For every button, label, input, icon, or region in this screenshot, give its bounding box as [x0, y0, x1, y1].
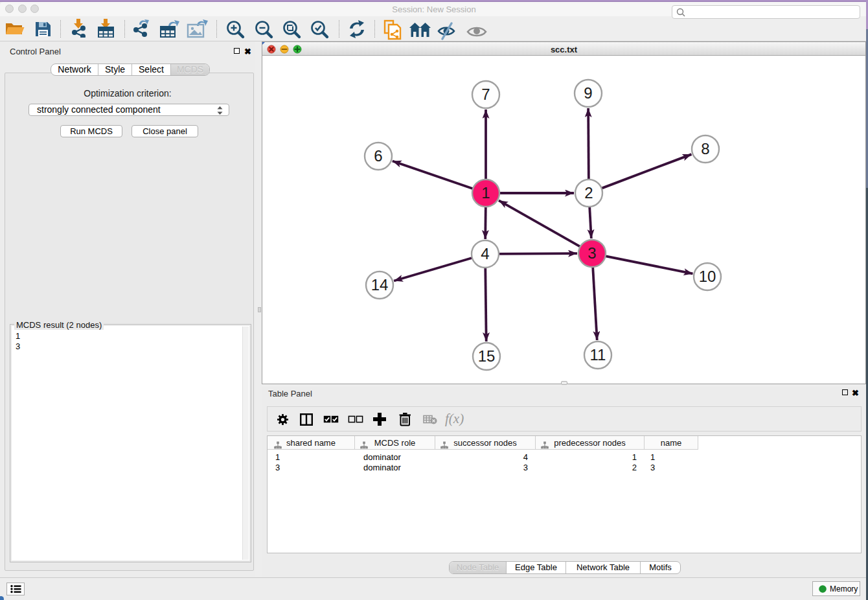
svg-text:11: 11 — [590, 346, 606, 363]
svg-text:3: 3 — [588, 244, 596, 262]
svg-text:4: 4 — [481, 245, 489, 262]
svg-text:15: 15 — [478, 347, 496, 365]
svg-text:7: 7 — [481, 86, 490, 103]
svg-text:8: 8 — [701, 140, 709, 157]
svg-text:9: 9 — [584, 84, 592, 102]
svg-text:6: 6 — [374, 147, 382, 165]
svg-text:14: 14 — [371, 276, 389, 294]
svg-text:10: 10 — [699, 268, 716, 285]
svg-text:1: 1 — [481, 184, 490, 202]
svg-text:2: 2 — [584, 184, 593, 202]
